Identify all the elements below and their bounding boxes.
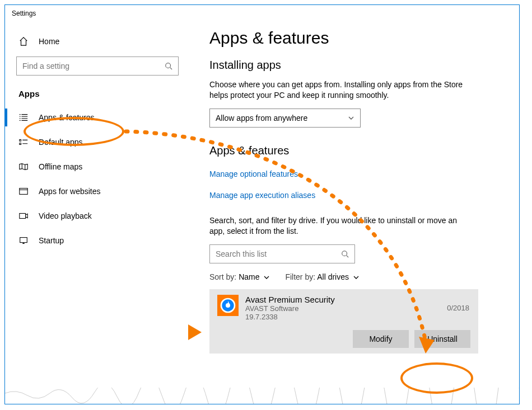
sidebar-item-video-playback[interactable]: Video playback <box>16 204 187 228</box>
install-source-dropdown[interactable]: Allow apps from anywhere <box>209 109 361 128</box>
features-desc: Search, sort, and filter by drive. If yo… <box>209 215 467 237</box>
sidebar-item-default-apps[interactable]: Default apps <box>16 130 187 154</box>
nav-home[interactable]: Home <box>16 29 187 54</box>
sidebar-item-label: Default apps <box>39 138 83 147</box>
sidebar-search[interactable] <box>16 56 179 76</box>
link-optional-features[interactable]: Manage optional features <box>209 169 298 178</box>
modify-button[interactable]: Modify <box>353 330 409 348</box>
sidebar-item-label: Apps for websites <box>39 187 101 196</box>
uninstall-button[interactable]: Uninstall <box>414 330 470 348</box>
sidebar-item-offline-maps[interactable]: Offline maps <box>16 154 187 179</box>
window-title: Settings <box>5 5 519 23</box>
features-heading: Apps & features <box>209 144 502 157</box>
filter-control[interactable]: Filter by: All drives <box>285 272 359 281</box>
sidebar-item-label: Offline maps <box>39 162 82 171</box>
page-title: Apps & features <box>209 29 502 48</box>
defaults-icon <box>18 138 29 147</box>
app-install-date: 0/2018 <box>447 304 469 312</box>
sidebar-item-label: Apps & features <box>39 113 95 122</box>
home-icon <box>18 36 29 46</box>
search-icon <box>165 62 172 70</box>
link-execution-aliases[interactable]: Manage app execution aliases <box>209 191 315 200</box>
sidebar-item-apps-features[interactable]: Apps & features <box>16 105 187 130</box>
installing-heading: Installing apps <box>209 59 502 72</box>
sidebar-heading: Apps <box>16 86 187 105</box>
app-icon <box>217 295 239 316</box>
installing-desc: Choose where you can get apps from. Inst… <box>209 79 467 101</box>
app-publisher: AVAST Software <box>245 304 470 313</box>
app-name: Avast Premium Security <box>245 295 470 304</box>
search-icon <box>341 250 349 258</box>
settings-window: Settings Home Apps Apps & feature <box>4 4 520 404</box>
list-icon <box>18 113 29 122</box>
sidebar-item-label: Video playback <box>39 211 92 220</box>
chevron-down-icon <box>348 116 354 120</box>
app-list-item[interactable]: Avast Premium Security AVAST Software 19… <box>209 289 478 354</box>
sidebar-search-input[interactable] <box>22 62 165 70</box>
sort-control[interactable]: Sort by: Name <box>209 272 269 281</box>
svg-rect-1 <box>20 188 27 195</box>
dropdown-value: Allow apps from anywhere <box>216 114 307 122</box>
svg-point-4 <box>342 251 347 256</box>
chevron-down-icon <box>353 276 359 280</box>
map-icon <box>18 162 29 171</box>
nav-home-label: Home <box>39 37 59 46</box>
sidebar-item-label: Startup <box>39 236 64 245</box>
startup-icon <box>18 236 29 245</box>
websites-icon <box>18 187 29 196</box>
sidebar-item-startup[interactable]: Startup <box>16 228 187 253</box>
app-list-search-input[interactable] <box>216 249 341 258</box>
sort-filter-row: Sort by: Name Filter by: All drives <box>209 272 502 281</box>
sidebar: Home Apps Apps & features Default apps <box>5 23 187 404</box>
svg-point-0 <box>166 63 171 68</box>
sidebar-item-apps-websites[interactable]: Apps for websites <box>16 179 187 204</box>
app-version: 19.7.2338 <box>245 313 470 321</box>
main-panel: Apps & features Installing apps Choose w… <box>187 23 519 404</box>
video-icon <box>18 211 29 220</box>
app-list-search[interactable] <box>209 244 355 263</box>
chevron-down-icon <box>264 276 269 280</box>
svg-rect-3 <box>20 238 27 243</box>
svg-rect-2 <box>20 214 26 219</box>
